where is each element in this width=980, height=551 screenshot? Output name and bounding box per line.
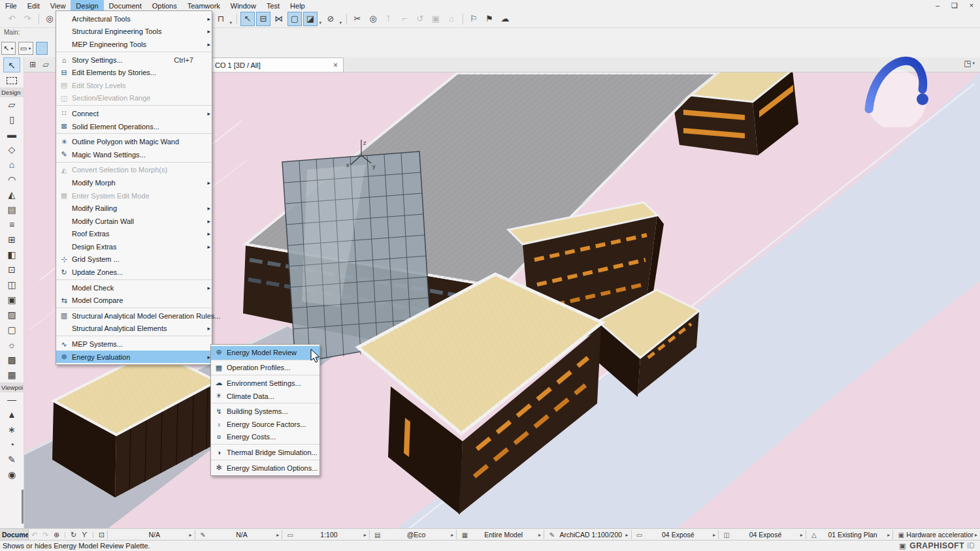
undo-icon[interactable]: ↶ xyxy=(5,12,19,26)
active-tool-indicator[interactable] xyxy=(36,42,48,55)
orbit-icon[interactable]: ↻ xyxy=(68,531,79,539)
submenu-item[interactable]: ✻ Energy Simulation Options... xyxy=(211,462,319,475)
menubar-item[interactable]: Test xyxy=(261,0,285,10)
split-icon[interactable]: ✂ xyxy=(350,12,365,26)
detail-tool[interactable]: ◔ xyxy=(3,437,20,452)
maximize-button[interactable]: ❏ xyxy=(946,0,963,10)
document-panel-tab[interactable]: Docume xyxy=(0,529,29,541)
submenu-item[interactable]: ⊕ Energy Model Review xyxy=(211,346,319,360)
stretch-icon[interactable]: ⋈ xyxy=(272,12,286,26)
quick-option-2[interactable]: ✎ N/A xyxy=(195,530,282,539)
menubar-item[interactable]: File xyxy=(0,0,22,10)
skylight-tool[interactable]: ◫ xyxy=(3,277,20,292)
cursor-snap-icon[interactable]: ↖ xyxy=(240,12,255,26)
slab-tool[interactable]: ◇ xyxy=(3,142,20,157)
cloud-download-icon[interactable]: ☁ xyxy=(498,12,512,26)
stair-tool[interactable]: ▤ xyxy=(3,202,20,217)
menu-item[interactable]: MEP Engineering Tools xyxy=(56,38,212,52)
rotate-icon[interactable]: ↺ xyxy=(413,12,427,26)
zone-tool[interactable]: ▨ xyxy=(3,307,20,323)
menubar-item[interactable]: Options xyxy=(147,0,182,10)
camera-tool[interactable]: ◉ xyxy=(3,467,20,482)
menu-item[interactable]: ⊟ Edit Elements by Stories... xyxy=(56,66,212,79)
window-tool[interactable]: ⊡ xyxy=(3,262,20,277)
roof-tool[interactable]: ⌂ xyxy=(3,157,20,172)
menubar-item[interactable]: Teamwork xyxy=(182,0,225,10)
menu-item[interactable]: ∿ MEP Systems... xyxy=(56,338,212,351)
forward-icon[interactable]: ↷ xyxy=(40,531,51,539)
close-button[interactable]: × xyxy=(963,0,980,10)
scale-field[interactable]: ▭ 1:100 xyxy=(282,530,369,539)
marquee-tool[interactable] xyxy=(3,72,20,87)
shell-tool[interactable]: ◠ xyxy=(3,172,20,187)
submenu-item[interactable]: ¤ Energy Costs... xyxy=(211,431,319,445)
column-tool[interactable]: ▯ xyxy=(3,112,20,127)
morph-tool[interactable]: ◭ xyxy=(3,187,20,202)
menu-item[interactable]: ⌂ Story Settings... Ctrl+7 xyxy=(56,54,212,67)
menu-item[interactable]: ⇆ Model Compare xyxy=(56,294,212,308)
menubar-item[interactable]: View xyxy=(45,0,71,10)
pick-up-icon[interactable]: ◎ xyxy=(366,12,380,26)
worksheet-tool[interactable]: ✎ xyxy=(3,452,20,467)
menu-item[interactable]: Structural Analytical Elements xyxy=(56,323,212,337)
railing-tool[interactable]: ≡ xyxy=(3,217,20,232)
grid-element-tool[interactable]: ▦ xyxy=(3,368,20,383)
marquee-tool-dropdown[interactable]: ▭ xyxy=(18,42,33,55)
menu-item[interactable]: ▤ Edit Story Levels xyxy=(56,79,212,92)
partial-structure-field[interactable]: ▦ Entire Model xyxy=(456,530,544,539)
lock-icon[interactable]: ⊓ xyxy=(214,12,228,26)
menu-item[interactable]: ◭ Convert Selection to Morph(s) xyxy=(56,164,212,177)
submenu-item[interactable]: ♁ Energy Source Factors... xyxy=(211,418,319,431)
arrow-tool[interactable]: ↖ xyxy=(3,57,20,72)
opening-tool[interactable]: ▣ xyxy=(3,292,20,307)
marquee-display-icon[interactable]: ▢ xyxy=(287,12,302,26)
dimension-123-icon[interactable]: ⊟ xyxy=(256,12,270,26)
submenu-item[interactable]: ☀ Climate Data... xyxy=(211,390,319,404)
menubar-item[interactable]: Window xyxy=(225,0,261,10)
back-icon[interactable]: ↶ xyxy=(29,531,40,539)
object-tool[interactable]: ▢ xyxy=(3,323,20,338)
view-style-button[interactable]: ◳ xyxy=(964,59,975,68)
menu-item[interactable]: Roof Extras xyxy=(56,228,212,241)
menu-item[interactable]: Modify Morph xyxy=(56,176,212,189)
redo-icon[interactable]: ↷ xyxy=(20,12,35,26)
submenu-item[interactable]: ↯ Building Systems... xyxy=(211,405,319,418)
menubar-item[interactable]: Document xyxy=(104,0,147,10)
menu-item[interactable]: ✎ Magic Wand Settings... xyxy=(56,148,212,163)
submenu-item[interactable]: ▦ Operation Profiles... xyxy=(211,362,319,376)
door-tool[interactable]: ◧ xyxy=(3,247,20,262)
elevation-tool[interactable]: ▲ xyxy=(3,407,20,422)
curtain-wall-tool[interactable]: ⊞ xyxy=(3,232,20,247)
submenu-item[interactable]: ☁ Environment Settings... xyxy=(211,377,319,390)
pen-set-field[interactable]: ✎ ArchiCAD 1:100/200 xyxy=(544,530,631,539)
layer-combination-field[interactable]: ▤ @Eco xyxy=(369,530,457,539)
menu-item[interactable]: ◫ Section/Elevation Range xyxy=(56,92,212,106)
toolbox-scrollbar[interactable] xyxy=(22,490,24,524)
document-tab[interactable]: CO 1 [3D / All] × xyxy=(210,57,344,72)
menu-item[interactable]: ✳ Outline Polygon with Magic Wand xyxy=(56,135,212,148)
menu-item[interactable]: Structural Engineering Tools xyxy=(56,25,212,39)
graphic-overrides-field[interactable]: ◫ 04 Exposé xyxy=(718,530,806,539)
minimize-button[interactable]: – xyxy=(929,0,946,10)
menu-item[interactable]: ▥ Structural Analytical Model Generation… xyxy=(56,309,212,323)
fit-view-icon[interactable]: ⊡ xyxy=(96,531,107,539)
tab-close-icon[interactable]: × xyxy=(332,61,339,70)
flag-list-icon[interactable]: ⚑ xyxy=(482,12,497,26)
menu-item[interactable]: ⊹ Grid System ... xyxy=(56,253,212,266)
menu-item[interactable]: Architectural Tools xyxy=(56,12,212,25)
menu-item[interactable]: ∷ Connect xyxy=(56,107,212,120)
menu-item[interactable]: Modify Curtain Wall xyxy=(56,215,212,228)
menu-item[interactable]: Model Check xyxy=(56,281,212,294)
menu-item[interactable]: ↻ Update Zones... xyxy=(56,266,212,280)
popup-navigator-icon[interactable]: ▱ xyxy=(39,59,52,71)
menubar-item[interactable]: Design xyxy=(71,0,103,10)
menu-item[interactable]: ⊠ Solid Element Operations... xyxy=(56,120,212,134)
menu-item[interactable]: ⊕ Energy Evaluation xyxy=(56,351,212,364)
arrow-tool-dropdown[interactable]: ↖ xyxy=(1,42,16,55)
pick-parameters-icon[interactable]: ◎ xyxy=(42,12,57,26)
box-select-icon[interactable]: ▣ xyxy=(429,12,443,26)
interior-elevation-tool[interactable]: ∗ xyxy=(3,422,20,437)
solid-shapes-icon[interactable]: ◪ xyxy=(303,12,318,26)
section-tool[interactable]: — xyxy=(3,392,20,407)
wall-tool[interactable]: ▱ xyxy=(3,97,20,112)
